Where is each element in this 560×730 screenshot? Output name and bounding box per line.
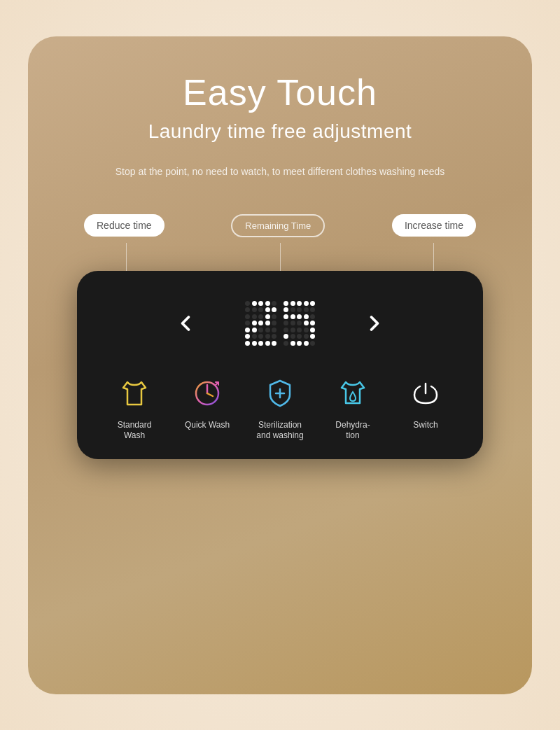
connector-lines bbox=[84, 243, 476, 271]
sterilization-item[interactable]: Sterilizationand washing bbox=[248, 372, 312, 442]
increase-time-label: Increase time bbox=[392, 214, 476, 237]
page-title: Easy Touch bbox=[183, 71, 377, 113]
switch-item[interactable]: Switch bbox=[394, 372, 457, 431]
switch-icon bbox=[405, 372, 447, 414]
sterilization-icon bbox=[259, 372, 301, 414]
display-row bbox=[91, 292, 469, 355]
quick-wash-label: Quick Wash bbox=[185, 420, 230, 431]
increase-button[interactable] bbox=[357, 306, 392, 341]
control-panel: StandardWash bbox=[77, 271, 483, 459]
quick-wash-icon bbox=[186, 372, 228, 414]
dehydration-icon bbox=[332, 372, 374, 414]
reduce-time-label: Reduce time bbox=[84, 214, 164, 237]
page-description: Stop at the point, no need to watch, to … bbox=[115, 164, 445, 179]
dehydration-label: Dehydra-tion bbox=[335, 420, 370, 442]
standard-wash-item[interactable]: StandardWash bbox=[103, 372, 166, 442]
svg-line-2 bbox=[207, 393, 213, 396]
outer-background: Easy Touch Laundry time free adjustment … bbox=[0, 0, 560, 730]
digit-2 bbox=[245, 301, 276, 346]
labels-row: Reduce time Remaining Time Increase time bbox=[84, 214, 476, 237]
icons-row: StandardWash bbox=[91, 372, 469, 442]
time-display bbox=[224, 292, 336, 355]
page-subtitle: Laundry time free adjustment bbox=[148, 120, 412, 143]
left-connector bbox=[126, 243, 127, 271]
standard-wash-label: StandardWash bbox=[118, 420, 152, 442]
sterilization-label: Sterilizationand washing bbox=[256, 420, 303, 442]
dehydration-item[interactable]: Dehydra-tion bbox=[321, 372, 384, 442]
decrease-button[interactable] bbox=[168, 306, 203, 341]
right-arrow-icon bbox=[362, 311, 387, 336]
left-arrow-icon bbox=[173, 311, 198, 336]
standard-wash-icon bbox=[113, 372, 155, 414]
right-connector bbox=[433, 243, 434, 271]
switch-label: Switch bbox=[413, 420, 438, 431]
main-card: Easy Touch Laundry time free adjustment … bbox=[28, 36, 532, 694]
quick-wash-item[interactable]: Quick Wash bbox=[176, 372, 239, 431]
dot-matrix-container bbox=[245, 301, 315, 346]
digit-5 bbox=[284, 301, 315, 346]
center-connector bbox=[280, 243, 281, 271]
remaining-time-label: Remaining Time bbox=[231, 214, 325, 237]
